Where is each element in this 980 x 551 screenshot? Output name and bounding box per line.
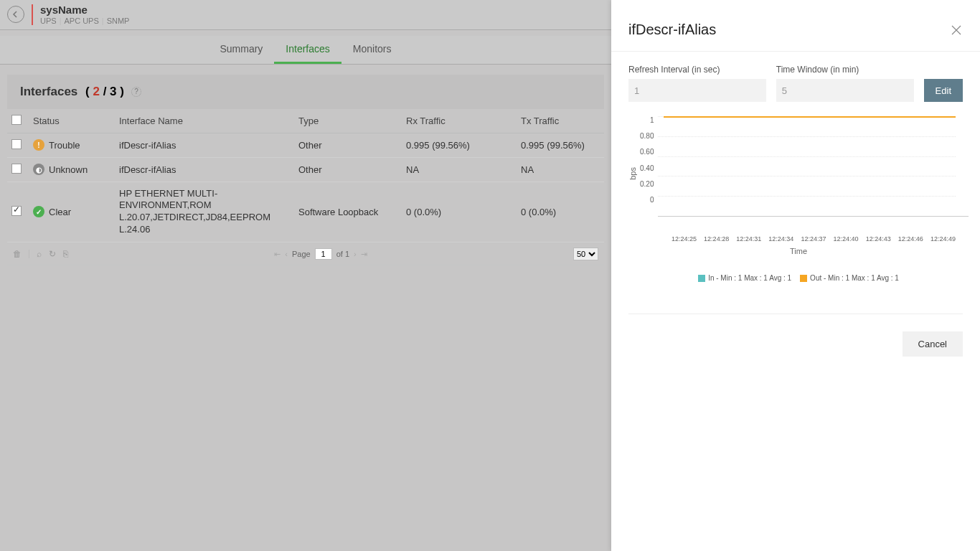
edit-button[interactable]: Edit	[924, 79, 963, 102]
page-of-label: of 1	[336, 250, 349, 258]
check-icon: ✓	[33, 206, 44, 217]
close-icon[interactable]	[950, 24, 963, 37]
panel-header: ifDescr-ifAlias	[611, 0, 980, 52]
breadcrumb: UPS| APC UPS| SNMP	[40, 17, 129, 25]
select-all-checkbox[interactable]	[11, 115, 22, 125]
side-panel: ifDescr-ifAlias Refresh Interval (in sec…	[611, 0, 980, 551]
delete-icon[interactable]: 🗑	[13, 249, 22, 259]
rx-traffic: 0 (0.0%)	[406, 207, 521, 217]
table-row[interactable]: ◐ Unknown ifDescr-ifAlias Other NA NA	[7, 158, 604, 182]
tab-monitors[interactable]: Monitors	[341, 36, 403, 64]
rx-traffic: 0.995 (99.56%)	[406, 140, 521, 151]
back-button[interactable]	[7, 6, 24, 23]
refresh-icon[interactable]: ↻	[49, 249, 56, 259]
chart-ylabel: bps	[628, 167, 637, 180]
page-first-icon[interactable]: ⇤	[274, 250, 281, 259]
window-label: Time Window (in min)	[776, 65, 914, 75]
col-type[interactable]: Type	[298, 116, 406, 126]
breadcrumb-item[interactable]: APC UPS	[64, 17, 98, 25]
legend-swatch-out	[800, 275, 807, 282]
table-footer: 🗑 ⌕ ↻ ⎘ ⇤ ‹ Page of 1 › ⇥ 50	[7, 242, 604, 265]
page-size-select[interactable]: 50	[573, 248, 598, 260]
panel-title: ifDescr-ifAlias	[628, 22, 716, 38]
interface-name: ifDescr-ifAlias	[119, 164, 298, 175]
cancel-button[interactable]: Cancel	[903, 331, 963, 357]
section-title: Interfaces	[20, 85, 77, 99]
refresh-input	[628, 79, 766, 102]
interface-name: ifDescr-ifAlias	[119, 140, 298, 151]
help-icon[interactable]: ?	[131, 87, 141, 97]
interface-type: Software Loopback	[298, 207, 406, 217]
tab-summary[interactable]: Summary	[208, 36, 274, 64]
refresh-label: Refresh Interval (in sec)	[628, 65, 766, 75]
row-checkbox[interactable]	[11, 206, 22, 216]
interface-type: Other	[298, 164, 406, 175]
col-status[interactable]: Status	[33, 116, 119, 126]
section-header: Interfaces ( 2 / 3 ) ?	[7, 75, 604, 109]
window-input	[776, 79, 914, 102]
interface-name: HP ETHERNET MULTI-ENVIRONMENT,ROM L.20.0…	[119, 188, 298, 237]
chart: bps 1 0.80 0.60 0.40 0.20 0 12:24:25 12:…	[611, 102, 980, 282]
search-icon[interactable]: ⌕	[37, 249, 42, 259]
table-header: Status Interface Name Type Rx Traffic Tx…	[7, 109, 604, 133]
chart-line-out	[664, 116, 956, 118]
chart-plot	[658, 116, 969, 217]
export-icon[interactable]: ⎘	[63, 249, 68, 259]
section-counts: ( 2 / 3 )	[82, 85, 124, 99]
chart-yaxis: 1 0.80 0.60 0.40 0.20 0	[640, 116, 658, 217]
legend-swatch-in	[698, 275, 705, 282]
panel-controls: Refresh Interval (in sec) Time Window (i…	[611, 52, 980, 102]
row-checkbox[interactable]	[11, 164, 22, 174]
page-title: sysName	[40, 4, 129, 17]
table-row[interactable]: ! Trouble ifDescr-ifAlias Other 0.995 (9…	[7, 133, 604, 158]
breadcrumb-item[interactable]: UPS	[40, 17, 57, 25]
tabs: Summary Interfaces Monitors	[0, 36, 611, 65]
title-block: sysName UPS| APC UPS| SNMP	[32, 4, 129, 25]
col-name[interactable]: Interface Name	[119, 116, 298, 126]
tab-interfaces[interactable]: Interfaces	[274, 36, 341, 64]
row-checkbox[interactable]	[11, 139, 22, 149]
page-next-icon[interactable]: ›	[354, 250, 357, 258]
table-row[interactable]: ✓ Clear HP ETHERNET MULTI-ENVIRONMENT,RO…	[7, 182, 604, 243]
status-cell: ◐ Unknown	[33, 164, 119, 175]
unknown-icon: ◐	[33, 164, 44, 175]
interfaces-table: Status Interface Name Type Rx Traffic Tx…	[7, 109, 604, 243]
interface-type: Other	[298, 140, 406, 151]
status-cell: ✓ Clear	[33, 206, 119, 217]
rx-traffic: NA	[406, 164, 521, 175]
chart-xlabel: Time	[628, 247, 969, 255]
page-input[interactable]	[315, 248, 332, 260]
breadcrumb-item[interactable]: SNMP	[107, 17, 130, 25]
page-header: sysName UPS| APC UPS| SNMP	[0, 0, 611, 30]
page-last-icon[interactable]: ⇥	[361, 250, 367, 259]
page-prev-icon[interactable]: ‹	[285, 250, 288, 258]
page-label: Page	[292, 250, 311, 258]
chart-legend: In - Min : 1 Max : 1 Avg : 1 Out - Min :…	[628, 274, 969, 282]
warning-icon: !	[33, 139, 44, 151]
col-rx[interactable]: Rx Traffic	[406, 116, 521, 126]
chart-xaxis: 12:24:25 12:24:28 12:24:31 12:24:34 12:2…	[672, 235, 956, 242]
main-content: sysName UPS| APC UPS| SNMP Summary Inter…	[0, 0, 611, 551]
status-cell: ! Trouble	[33, 139, 119, 151]
